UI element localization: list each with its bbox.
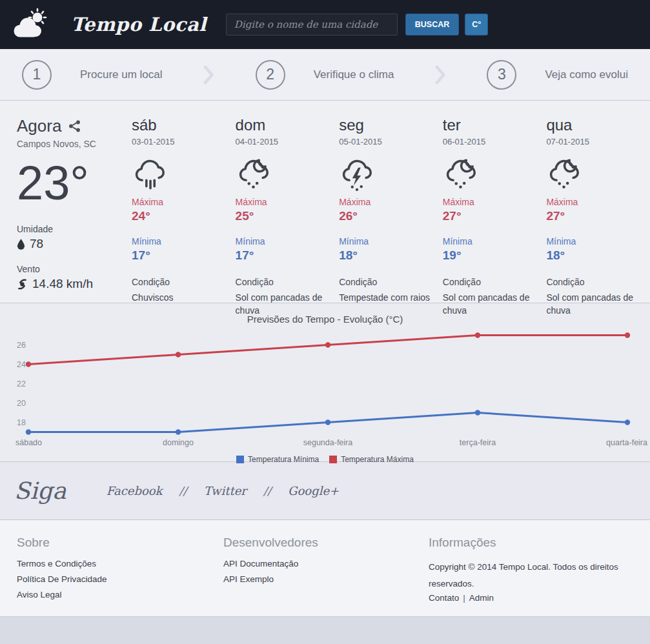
forecast-date: 03-01-2015 (132, 137, 230, 146)
info-heading: Informações (429, 536, 624, 550)
copyright-text: Copyright © 2014 Tempo Local. Todos os d… (429, 559, 624, 592)
footer-link[interactable]: Admin (469, 593, 494, 603)
forecast-day: sáb (132, 116, 230, 134)
bottom-band (0, 617, 650, 643)
weather-drizzle-icon (132, 156, 168, 193)
step-label: Verifique o clima (314, 68, 394, 81)
chevron-right-icon (435, 65, 446, 85)
app-title: Tempo Local (71, 14, 207, 35)
step-number: 2 (256, 60, 285, 90)
footer-link[interactable]: Termos e Condições (17, 559, 223, 569)
legend-label: Temperatura Mínima (248, 455, 319, 464)
step-label: Procure um local (80, 68, 163, 81)
current-weather-column: Agora Campos Novos, SC 23° Umidade 78 (17, 116, 132, 303)
condition-value: Sol com pancadas de chuva (443, 291, 534, 317)
step-number: 1 (22, 60, 52, 90)
legend-swatch-icon (236, 456, 244, 463)
cyclone-icon (17, 279, 28, 290)
forecast-column-ter: ter06-01-2015 Máxima27°Mínima19°Condição… (443, 116, 547, 303)
humidity-label: Umidade (17, 224, 132, 234)
min-label: Mínima (236, 236, 334, 247)
condition-label: Condição (236, 277, 334, 287)
min-value: 19° (443, 248, 542, 263)
humidity-value: 78 (30, 237, 43, 251)
weather-panel: Agora Campos Novos, SC 23° Umidade 78 (0, 101, 650, 303)
social-separator: // (263, 484, 271, 498)
weather-thunderstorm-icon (339, 156, 375, 193)
weather-night-showers-icon (236, 156, 272, 193)
min-value: 17° (236, 248, 334, 263)
footer-link[interactable]: API Exemplo (223, 574, 429, 584)
svg-text:terça-feira: terça-feira (460, 438, 496, 447)
step-1: 1Procure um local (22, 60, 163, 90)
forecast-day: ter (443, 116, 542, 134)
footer-link[interactable]: Aviso Legal (17, 590, 223, 599)
max-label: Máxima (236, 197, 334, 207)
max-value: 25° (236, 209, 334, 223)
forecast-date: 06-01-2015 (443, 137, 542, 146)
temperature-line-chart: 1820222426sábadodomingosegunda-feiraterç… (0, 327, 650, 454)
chevron-right-icon (203, 65, 214, 85)
forecast-day: qua (546, 116, 645, 134)
current-temperature: 23° (17, 159, 132, 207)
social-link-google[interactable]: Google+ (288, 484, 339, 498)
social-link-facebook[interactable]: Facebook (107, 484, 163, 498)
max-value: 26° (339, 209, 438, 223)
search-button[interactable]: BUSCAR (405, 14, 459, 35)
condition-label: Condição (546, 277, 645, 287)
chart-panel: Previsões do Tempo - Evolução (°C) 18202… (0, 303, 650, 462)
unit-toggle-button[interactable]: C° (465, 14, 488, 35)
step-2: 2Verifique o clima (256, 60, 394, 90)
step-number: 3 (487, 60, 516, 90)
svg-text:18: 18 (17, 418, 26, 427)
forecast-day: dom (236, 116, 334, 134)
footer-link[interactable]: Contato (429, 593, 459, 603)
svg-text:22: 22 (17, 379, 26, 388)
developers-heading: Desenvolvedores (223, 536, 429, 550)
max-label: Máxima (443, 197, 542, 207)
svg-text:26: 26 (17, 341, 26, 350)
current-location: Campos Novos, SC (17, 139, 132, 149)
social-separator: // (179, 484, 187, 498)
step-separator (435, 65, 446, 85)
about-heading: Sobre (17, 536, 223, 550)
steps-bar: 1Procure um local2Verifique o clima3Veja… (0, 49, 650, 101)
svg-text:segunda-feira: segunda-feira (303, 438, 352, 447)
svg-text:sábado: sábado (15, 438, 42, 447)
max-value: 24° (132, 209, 230, 223)
forecast-date: 07-01-2015 (546, 137, 645, 146)
min-label: Mínima (132, 236, 230, 247)
min-value: 18° (546, 248, 645, 263)
share-icon[interactable] (68, 119, 81, 133)
legend-item: Temperatura Máxima (329, 455, 414, 464)
min-label: Mínima (339, 236, 438, 247)
footer-link[interactable]: API Documentação (223, 559, 429, 569)
app-header: Tempo Local BUSCAR C° (0, 0, 650, 49)
wind-label: Vento (17, 264, 132, 274)
weather-night-showers-icon (546, 156, 582, 193)
city-search-input[interactable] (226, 14, 398, 35)
forecast-column-sáb: sáb03-01-2015 Máxima24°Mínima17°Condição… (132, 116, 236, 303)
footer-about-column: Sobre Termos e CondiçõesPolítica De Priv… (17, 536, 223, 616)
page-footer: Sobre Termos e CondiçõesPolítica De Priv… (0, 520, 650, 617)
social-panel: Siga Facebook//Twitter//Google+ (0, 462, 650, 520)
condition-label: Condição (339, 277, 438, 287)
footer-link[interactable]: Política De Privacidade (17, 574, 223, 584)
legend-swatch-icon (329, 456, 337, 463)
social-link-twitter[interactable]: Twitter (204, 484, 247, 498)
min-value: 17° (132, 248, 230, 263)
max-label: Máxima (132, 197, 230, 207)
forecast-date: 05-01-2015 (339, 137, 438, 146)
step-separator (203, 65, 214, 85)
forecast-column-qua: qua07-01-2015 Máxima27°Mínima18°Condição… (546, 116, 650, 303)
forecast-date: 04-01-2015 (236, 137, 334, 146)
droplet-icon (17, 239, 25, 250)
svg-text:quarta-feira: quarta-feira (606, 438, 647, 447)
max-label: Máxima (339, 197, 438, 207)
max-value: 27° (546, 209, 645, 223)
weather-night-showers-icon (443, 156, 479, 193)
forecast-column-seg: seg05-01-2015 Máxima26°Mínima18°Condição… (339, 116, 443, 303)
current-title: Agora (17, 116, 61, 136)
forecast-day: seg (339, 116, 438, 134)
condition-label: Condição (132, 277, 230, 287)
